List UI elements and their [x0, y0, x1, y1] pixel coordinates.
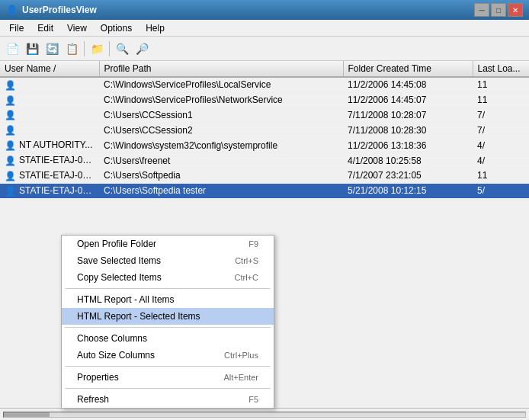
ctx-item-label: Open Profile Folder	[77, 239, 156, 249]
maximize-button[interactable]: □	[491, 3, 506, 17]
ctx-item-label: Auto Size Columns	[77, 350, 155, 361]
toolbar-new-btn[interactable]: 📄	[3, 40, 21, 58]
close-button[interactable]: ✕	[508, 3, 523, 17]
ctx-item[interactable]: Choose Columns	[62, 330, 274, 347]
toolbar-copy-btn[interactable]: 📋	[63, 40, 81, 58]
table-row[interactable]: 👤 C:\Users\CCSession1 7/11/2008 10:28:07…	[0, 107, 529, 123]
menu-options[interactable]: Options	[95, 21, 138, 35]
ctx-item[interactable]: RefreshF5	[62, 391, 274, 408]
table-row[interactable]: 👤NT AUTHORITY... C:\Windows\system32\con…	[0, 138, 529, 153]
menu-edit[interactable]: Edit	[31, 21, 59, 35]
cell-username: 👤	[0, 123, 99, 138]
cell-created: 7/1/2007 23:21:05	[343, 168, 473, 183]
ctx-separator	[65, 366, 271, 367]
toolbar-save-btn[interactable]: 💾	[23, 40, 41, 58]
ctx-item-label: Copy Selected Items	[77, 272, 162, 283]
ctx-separator	[65, 327, 271, 328]
cell-lastload: 7/	[473, 123, 529, 138]
cell-created: 11/2/2006 14:45:08	[343, 77, 473, 92]
menu-bar: File Edit View Options Help	[0, 20, 529, 37]
cell-lastload: 4/	[473, 153, 529, 168]
user-icon: 👤	[5, 125, 16, 136]
cell-lastload: 11	[473, 77, 529, 92]
ctx-separator	[65, 288, 271, 289]
cell-created: 11/2/2006 14:45:07	[343, 92, 473, 107]
cell-created: 11/2/2006 13:18:36	[343, 138, 473, 153]
cell-username: 👤	[0, 107, 99, 123]
ctx-shortcut: Alt+Enter	[223, 373, 258, 382]
minimize-button[interactable]: ─	[474, 3, 489, 17]
user-icon: 👤	[5, 155, 16, 166]
cell-profile: C:\Users\Softpedia tester	[99, 183, 343, 198]
title-bar-controls: ─ □ ✕	[474, 3, 523, 17]
cell-profile: C:\Users\CCSession2	[99, 123, 343, 138]
cell-username: 👤NT AUTHORITY...	[0, 138, 99, 153]
cell-lastload: 5/	[473, 183, 529, 198]
app-title: UserProfilesView	[22, 5, 97, 15]
ctx-shortcut: F5	[248, 395, 258, 404]
user-icon: 👤	[5, 140, 16, 151]
table-row[interactable]: 👤 C:\Windows\ServiceProfiles\LocalServic…	[0, 77, 529, 92]
ctx-item[interactable]: Open Profile FolderF9	[62, 236, 274, 252]
app-icon: 👤	[6, 5, 18, 15]
table-row[interactable]: 👤STATIE-ETAJ-03-... C:\Users\Softpedia 7…	[0, 168, 529, 183]
ctx-shortcut: Ctrl+Plus	[224, 351, 258, 360]
cell-created: 5/21/2008 10:12:15	[343, 183, 473, 198]
title-bar-left: 👤 UserProfilesView	[6, 5, 97, 15]
toolbar-search1-btn[interactable]: 🔍	[113, 40, 131, 58]
toolbar-search2-btn[interactable]: 🔎	[133, 40, 151, 58]
menu-view[interactable]: View	[61, 21, 93, 35]
cell-username: 👤STATIE-ETAJ-03-...	[0, 183, 99, 198]
cell-username: 👤	[0, 92, 99, 107]
col-header-lastload[interactable]: Last Loa...	[473, 61, 529, 77]
toolbar-refresh-btn[interactable]: 🔄	[43, 40, 61, 58]
title-bar: 👤 UserProfilesView ─ □ ✕	[0, 0, 529, 20]
ctx-item-label: Refresh	[77, 394, 109, 405]
ctx-item[interactable]: HTML Report - All Items	[62, 291, 274, 308]
cell-profile: C:\Users\Softpedia	[99, 168, 343, 183]
cell-lastload: 11	[473, 92, 529, 107]
ctx-shortcut: Ctrl+S	[235, 256, 258, 265]
cell-profile: C:\Users\freenet	[99, 153, 343, 168]
ctx-item[interactable]: Auto Size ColumnsCtrl+Plus	[62, 347, 274, 364]
table-row[interactable]: 👤 C:\Windows\ServiceProfiles\NetworkServ…	[0, 92, 529, 107]
menu-file[interactable]: File	[3, 21, 30, 35]
col-header-created[interactable]: Folder Created Time	[343, 61, 473, 77]
menu-help[interactable]: Help	[139, 21, 171, 35]
table-row[interactable]: 👤STATIE-ETAJ-03-... C:\Users\freenet 4/1…	[0, 153, 529, 168]
profiles-table: User Name / Profile Path Folder Created …	[0, 61, 529, 199]
cell-username: 👤STATIE-ETAJ-03-...	[0, 168, 99, 183]
ctx-item[interactable]: HTML Report - Selected Items	[62, 308, 274, 325]
cell-lastload: 7/	[473, 107, 529, 123]
table-row[interactable]: 👤STATIE-ETAJ-03-... C:\Users\Softpedia t…	[0, 183, 529, 198]
toolbar-folder-btn[interactable]: 📁	[88, 40, 106, 58]
ctx-separator	[65, 388, 271, 389]
table-header-row: User Name / Profile Path Folder Created …	[0, 61, 529, 77]
ctx-item-label: Properties	[77, 372, 119, 383]
content-area: User Name / Profile Path Folder Created …	[0, 61, 529, 420]
cell-profile: C:\Windows\ServiceProfiles\NetworkServic…	[99, 92, 343, 107]
ctx-item-label: Choose Columns	[77, 333, 147, 344]
ctx-shortcut: F9	[248, 239, 258, 248]
table-row[interactable]: 👤 C:\Users\CCSession2 7/11/2008 10:28:30…	[0, 123, 529, 138]
h-scrollbar[interactable]	[0, 408, 529, 420]
user-icon: 👤	[5, 186, 16, 197]
user-icon: 👤	[5, 171, 16, 181]
col-header-profile[interactable]: Profile Path	[99, 61, 343, 77]
cell-username: 👤	[0, 77, 99, 92]
ctx-item[interactable]: Copy Selected ItemsCtrl+C	[62, 269, 274, 286]
col-header-username[interactable]: User Name /	[0, 61, 99, 77]
cell-profile: C:\Windows\ServiceProfiles\LocalService	[99, 77, 343, 92]
cell-created: 7/11/2008 10:28:30	[343, 123, 473, 138]
cell-created: 7/11/2008 10:28:07	[343, 107, 473, 123]
cell-username: 👤STATIE-ETAJ-03-...	[0, 153, 99, 168]
user-icon: 👤	[5, 80, 16, 91]
user-icon: 👤	[5, 95, 16, 106]
cell-profile: C:\Users\CCSession1	[99, 107, 343, 123]
ctx-item[interactable]: Save Selected ItemsCtrl+S	[62, 252, 274, 269]
cell-profile: C:\Windows\system32\config\systemprofile	[99, 138, 343, 153]
ctx-item-label: Save Selected Items	[77, 255, 161, 266]
ctx-item-label: HTML Report - All Items	[77, 294, 175, 305]
main-area: User Name / Profile Path Folder Created …	[0, 61, 529, 420]
ctx-item[interactable]: PropertiesAlt+Enter	[62, 369, 274, 386]
